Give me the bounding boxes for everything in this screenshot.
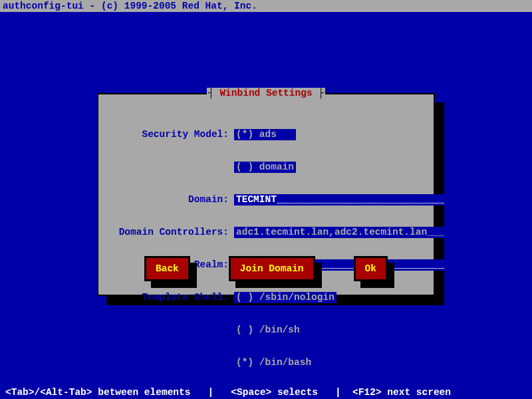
title-divider-right: ├ — [313, 88, 324, 98]
domain-controllers-input[interactable]: adc1.tecmint.lan,adc2.tecmint.lan___ — [234, 227, 446, 238]
join-domain-button[interactable]: Join Domain — [229, 256, 315, 281]
title-bar: authconfig-tui - (c) 1999-2005 Red Hat, … — [0, 0, 532, 12]
help-bar: <Tab>/<Alt-Tab> between elements | <Spac… — [0, 386, 532, 399]
domain-label: Domain: — [110, 194, 234, 205]
title-divider-left: ┤ — [208, 88, 219, 98]
shell-binsh[interactable]: ( ) /bin/sh — [234, 325, 302, 336]
dialog-title-text: Winbind Settings — [219, 88, 312, 98]
security-model-domain[interactable]: ( ) domain — [234, 162, 296, 173]
shell-nologin[interactable]: ( ) /sbin/nologin — [234, 292, 336, 303]
template-shell-label: Template Shell: — [110, 292, 234, 303]
winbind-dialog: ┤ Winbind Settings ├ Security Model: (*)… — [97, 93, 435, 296]
domain-input[interactable]: TECMINT_____________________________ — [234, 194, 446, 205]
form: Security Model: (*) ads___ ( ) domain Do… — [110, 108, 446, 390]
shell-binbash[interactable]: (*) /bin/bash — [234, 357, 313, 368]
ok-button[interactable]: Ok — [354, 256, 388, 281]
domain-controllers-label: Domain Controllers: — [110, 227, 234, 238]
security-model-ads[interactable]: (*) ads___ — [234, 129, 296, 140]
button-row: Back Join Domain Ok — [98, 256, 434, 281]
security-model-label: Security Model: — [110, 129, 234, 140]
back-button[interactable]: Back — [144, 256, 190, 281]
dialog-title: ┤ Winbind Settings ├ — [207, 88, 325, 98]
